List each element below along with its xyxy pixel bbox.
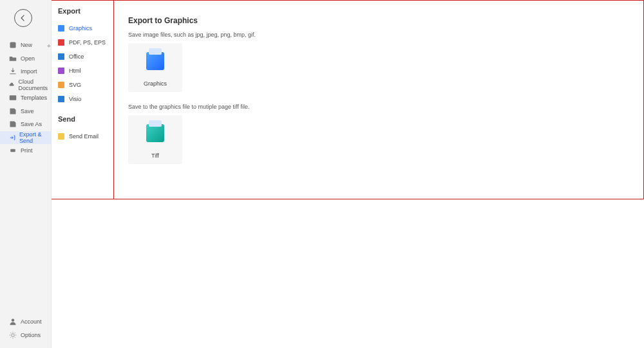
menu-open[interactable]: Open bbox=[0, 52, 51, 65]
export-item-graphics[interactable]: Graphics bbox=[58, 21, 113, 35]
graphics-file-icon bbox=[146, 52, 164, 70]
menu-print[interactable]: Print bbox=[0, 144, 51, 157]
menu-label: Print bbox=[21, 147, 33, 154]
menu-label: New bbox=[21, 42, 32, 48]
content-desc-2: Save to the graphics file to mutiple pag… bbox=[128, 104, 643, 110]
panel-item-label: Html bbox=[69, 68, 81, 74]
menu-save-as[interactable]: Save As bbox=[0, 118, 51, 131]
menu-label: Save As bbox=[21, 121, 42, 127]
svg-point-4 bbox=[12, 333, 15, 336]
menu-label: Import bbox=[21, 68, 37, 75]
arrow-left-icon bbox=[19, 14, 28, 23]
menu-templates[interactable]: Templates bbox=[0, 91, 51, 104]
svg-rect-2 bbox=[10, 149, 15, 152]
visio-icon bbox=[58, 96, 64, 102]
panel-item-label: Visio bbox=[69, 96, 81, 102]
export-item-office[interactable]: Office bbox=[58, 50, 113, 64]
panel-item-label: SVG bbox=[69, 82, 81, 88]
menu-label: Options bbox=[21, 332, 41, 338]
menu-label: Templates bbox=[21, 95, 47, 101]
menu-label: Export & Send bbox=[19, 131, 51, 144]
panel-item-label: Office bbox=[69, 53, 84, 60]
menu-account[interactable]: Account bbox=[0, 315, 51, 328]
send-heading: Send bbox=[58, 115, 113, 123]
export-item-pdf[interactable]: PDF, PS, EPS bbox=[58, 35, 113, 50]
content-desc-1: Save image files, such as jpg, jpeg, png… bbox=[128, 32, 643, 38]
menu-label: Open bbox=[21, 55, 35, 62]
menu-label: Cloud Documents bbox=[18, 78, 51, 91]
svg-rect-0 bbox=[10, 42, 16, 48]
menu-cloud-documents[interactable]: Cloud Documents bbox=[0, 78, 51, 91]
panel-item-label: Graphics bbox=[69, 25, 92, 32]
panel-item-label: PDF, PS, EPS bbox=[69, 39, 106, 46]
tiff-file-icon bbox=[146, 124, 164, 142]
email-icon bbox=[58, 133, 64, 140]
menu-export-send[interactable]: Export & Send bbox=[0, 131, 51, 144]
card-tiff[interactable]: Tiff bbox=[128, 115, 182, 164]
menu-options[interactable]: Options bbox=[0, 329, 51, 342]
export-item-svg[interactable]: SVG bbox=[58, 78, 113, 92]
menu-new[interactable]: New bbox=[0, 39, 51, 51]
back-button[interactable] bbox=[14, 9, 32, 27]
export-item-html[interactable]: Html bbox=[58, 64, 113, 78]
content-title: Export to Graphics bbox=[128, 16, 643, 25]
menu-label: Save bbox=[21, 108, 34, 114]
panel-item-label: Send Email bbox=[69, 133, 99, 140]
card-graphics[interactable]: Graphics bbox=[128, 43, 182, 92]
add-tab-icon[interactable]: + bbox=[47, 42, 51, 50]
svg-icon bbox=[58, 82, 64, 88]
menu-import[interactable]: Import bbox=[0, 65, 51, 78]
svg-point-3 bbox=[12, 319, 15, 322]
card-label: Tiff bbox=[128, 152, 182, 159]
office-icon bbox=[58, 53, 64, 60]
export-item-visio[interactable]: Visio bbox=[58, 92, 113, 106]
send-item-email[interactable]: Send Email bbox=[58, 129, 113, 143]
card-label: Graphics bbox=[128, 80, 182, 87]
pdf-icon bbox=[58, 39, 64, 46]
menu-save[interactable]: Save bbox=[0, 105, 51, 118]
svg-rect-1 bbox=[10, 95, 17, 100]
export-heading: Export bbox=[58, 7, 113, 15]
menu-label: Account bbox=[21, 318, 42, 325]
graphics-icon bbox=[58, 25, 64, 32]
html-icon bbox=[58, 68, 64, 74]
